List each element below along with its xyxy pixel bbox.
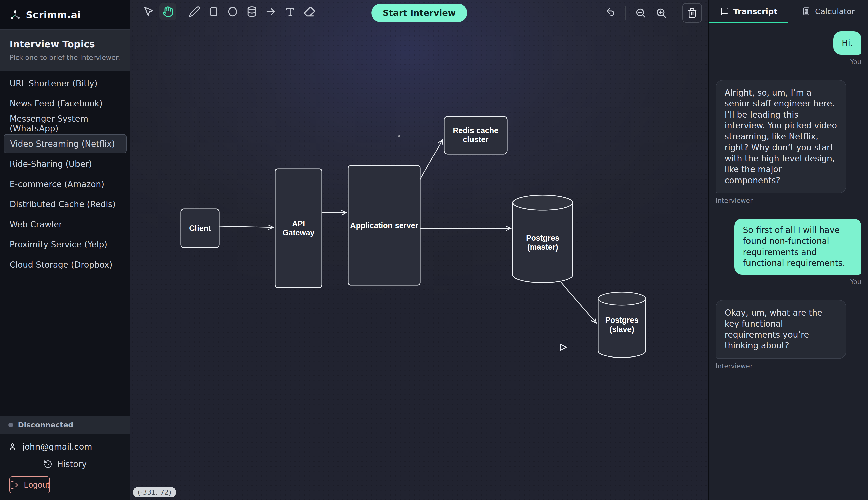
start-interview-button[interactable]: Start Interview	[371, 3, 468, 22]
message-interviewer: Okay, um, what are the key functional re…	[716, 300, 861, 370]
hand-icon	[162, 6, 174, 18]
ellipse-tool-button[interactable]	[224, 3, 241, 20]
speech-bubble-icon	[720, 7, 729, 16]
undo-button[interactable]	[602, 4, 619, 21]
topic-proximity-service[interactable]: Proximity Service (Yelp)	[0, 235, 130, 254]
account-email-row: john@gmail.com	[0, 438, 130, 456]
logout-button[interactable]: Logout	[9, 476, 50, 493]
database-icon	[246, 6, 258, 18]
pencil-tool-button[interactable]	[186, 3, 203, 20]
message-sender: You	[850, 58, 861, 66]
node-api-gateway-shape[interactable]	[275, 169, 322, 287]
app-logo: Scrimm.ai	[0, 0, 130, 30]
message-sender: Interviewer	[716, 362, 753, 370]
account-email: john@gmail.com	[22, 442, 92, 452]
message-sender: You	[850, 278, 861, 286]
topics-list: URL Shortener (Bitly) News Feed (Faceboo…	[0, 71, 130, 416]
sidebar-subtitle: Pick one to brief the interviewer.	[10, 54, 120, 61]
history-icon	[44, 460, 52, 468]
message-bubble: Hi.	[833, 32, 861, 55]
tab-transcript[interactable]: Transcript	[709, 0, 788, 23]
history-label: History	[57, 459, 86, 469]
diagram-rect-nodes	[181, 116, 507, 287]
stray-dot	[398, 135, 400, 137]
diagram-cylinder-nodes	[513, 195, 646, 357]
status-text: Disconnected	[18, 421, 73, 429]
select-tool-button[interactable]	[140, 3, 157, 20]
tab-calculator-label: Calculator	[815, 7, 855, 16]
pencil-icon	[189, 6, 200, 18]
interview-panel: Transcript Calculator Hi. You Alright, s…	[708, 0, 868, 500]
topic-web-crawler[interactable]: Web Crawler	[0, 214, 130, 235]
eraser-tool-button[interactable]	[301, 3, 318, 20]
topic-url-shortener[interactable]: URL Shortener (Bitly)	[0, 73, 130, 93]
node-application-server-shape[interactable]	[348, 166, 420, 285]
toolbar-divider	[676, 5, 676, 20]
transcript-messages[interactable]: Hi. You Alright, so, um, I’m a senior st…	[709, 23, 868, 500]
calculator-icon	[802, 7, 811, 16]
brand-name: Scrimm.ai	[26, 9, 81, 20]
eraser-icon	[303, 6, 315, 18]
cursor-coordinates: (-331, 72)	[133, 487, 176, 498]
connection-status: Disconnected	[0, 416, 130, 434]
account-section: john@gmail.com History Logout	[0, 434, 130, 500]
message-bubble: So first of all I will have found non-fu…	[735, 218, 861, 274]
message-interviewer: Alright, so, um, I’m a senior staff engi…	[716, 80, 861, 205]
toolbar-divider	[181, 4, 181, 19]
edge-pgmaster-pgslave[interactable]	[561, 283, 596, 323]
text-icon	[284, 6, 296, 18]
pan-tool-button[interactable]	[159, 3, 176, 20]
drawing-toolbar	[140, 3, 318, 20]
sidebar-header: Interview Topics Pick one to brief the i…	[0, 30, 130, 71]
logout-label: Logout	[24, 480, 49, 490]
node-redis-shape[interactable]	[444, 116, 507, 154]
canvas-actions-toolbar	[602, 3, 702, 23]
tab-calculator[interactable]: Calculator	[788, 0, 868, 23]
history-button[interactable]: History	[0, 456, 130, 472]
cursor-icon	[143, 6, 154, 18]
tab-transcript-label: Transcript	[734, 7, 778, 16]
logout-icon	[10, 481, 19, 489]
topic-messenger[interactable]: Messenger System (WhatsApp)	[0, 114, 130, 134]
rectangle-icon	[208, 6, 219, 18]
rectangle-tool-button[interactable]	[205, 3, 222, 20]
database-tool-button[interactable]	[243, 3, 260, 20]
message-you: Hi. You	[716, 32, 861, 66]
node-postgres-master-top[interactable]	[513, 195, 573, 210]
node-postgres-slave-top[interactable]	[598, 292, 646, 305]
zoom-out-icon	[635, 7, 646, 19]
topic-distributed-cache[interactable]: Distributed Cache (Redis)	[0, 194, 130, 214]
zoom-out-button[interactable]	[632, 4, 649, 21]
drawing-canvas[interactable]: Client API Gateway Application server Re…	[130, 0, 708, 500]
edge-client-apigateway[interactable]	[219, 226, 273, 227]
topic-video-streaming[interactable]: Video Streaming (Netflix)	[3, 134, 127, 153]
sidebar: Scrimm.ai Interview Topics Pick one to b…	[0, 0, 130, 500]
trash-icon	[687, 8, 697, 18]
message-bubble: Alright, so, um, I’m a senior staff engi…	[716, 80, 846, 194]
zoom-in-icon	[655, 7, 667, 19]
node-postgres-slave-shape[interactable]	[598, 298, 646, 357]
node-postgres-master-shape[interactable]	[513, 203, 573, 283]
node-client-shape[interactable]	[181, 209, 219, 248]
message-bubble: Okay, um, what are the key functional re…	[716, 300, 846, 359]
status-dot-icon	[8, 423, 13, 428]
zoom-in-button[interactable]	[653, 4, 670, 21]
message-sender: Interviewer	[716, 197, 753, 204]
edge-appserver-redis[interactable]	[420, 140, 443, 179]
remote-cursor-icon	[560, 344, 566, 351]
topic-ecommerce[interactable]: E-commerce (Amazon)	[0, 174, 130, 194]
text-tool-button[interactable]	[282, 3, 298, 20]
toolbar-divider	[625, 5, 626, 20]
topic-ride-sharing[interactable]: Ride-Sharing (Uber)	[0, 154, 130, 174]
delete-button[interactable]	[682, 3, 702, 23]
undo-icon	[605, 7, 617, 19]
topic-cloud-storage[interactable]: Cloud Storage (Dropbox)	[0, 254, 130, 275]
molecule-logo-icon	[9, 9, 21, 21]
arrow-right-icon	[265, 6, 277, 18]
user-icon	[8, 442, 17, 452]
arrow-tool-button[interactable]	[262, 3, 280, 20]
topic-news-feed[interactable]: News Feed (Facebook)	[0, 93, 130, 114]
diagram-layer	[130, 0, 708, 500]
panel-tabs: Transcript Calculator	[709, 0, 868, 23]
message-you: So first of all I will have found non-fu…	[716, 218, 861, 285]
